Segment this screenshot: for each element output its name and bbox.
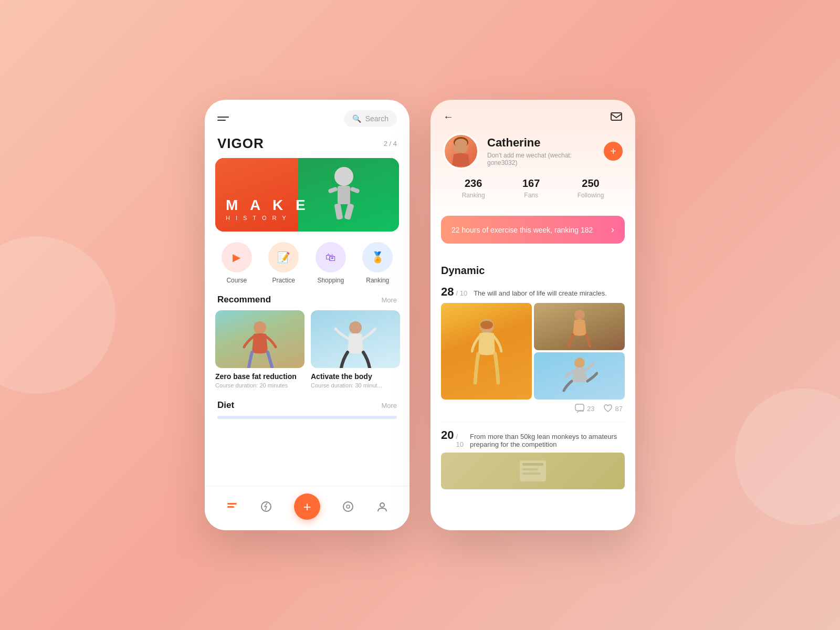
recommend-header: Recommend More [205,288,410,310]
shopping-icon: 🛍 [326,251,336,264]
recommend-more[interactable]: More [381,296,397,304]
home-icon [226,501,238,512]
rec-card-sub-0: Course duration: 20 minutes [215,382,304,388]
hero-text: M A K E H I S T O R Y [226,197,310,221]
profile-info: Catherine Don't add me wechat (wechat: g… [487,136,595,166]
post-score-row-0: 28 / 10 The will and labor of life will … [441,285,625,299]
nav-home[interactable] [226,501,238,512]
recommend-cards: Zero base fat reduction Course duration:… [205,310,410,388]
profile-subtitle: Don't add me wechat (wechat: gone3032) [487,152,595,166]
rec-card-0[interactable]: Zero base fat reduction Course duration:… [215,310,304,388]
app-title-row: VIGOR 2 / 4 [205,133,410,158]
stat-fans-label: Fans [522,192,540,199]
post-divider [441,422,625,422]
stat-fans-value: 167 [522,177,540,190]
category-shopping[interactable]: 🛍 Shopping [316,242,346,284]
category-ranking[interactable]: 🏅 Ranking [362,242,393,284]
ranking-icon-circle: 🏅 [362,242,393,272]
page-indicator: 2 / 4 [384,140,397,148]
post-img-bottom-right-0 [534,352,625,400]
search-bar[interactable]: 🔍 Search [344,110,397,127]
svg-point-6 [254,321,266,334]
rec-card-title-1: Activate the body [311,372,400,381]
heart-icon [603,404,613,413]
bg-circle-right [735,388,840,525]
diet-header: Diet More [217,395,397,411]
category-practice[interactable]: 📝 Practice [268,242,299,284]
exercise-banner[interactable]: 22 hours of exercise this week, ranking … [441,216,625,244]
profile-section: Catherine Don't add me wechat (wechat: g… [430,129,635,212]
post-img-tall-0 [441,303,532,400]
category-course[interactable]: ▶ Course [222,242,252,284]
post-score-1: 20 [441,428,454,442]
phones-container: 🔍 Search VIGOR 2 / 4 [205,100,635,530]
course-icon-circle: ▶ [222,242,252,272]
comment-icon [575,404,584,413]
svg-point-13 [380,503,384,507]
back-button[interactable]: ← [443,111,454,123]
comment-count: 23 [587,405,594,413]
stat-ranking: 236 Ranking [462,177,485,199]
svg-point-21 [480,321,493,329]
nav-add-button[interactable]: + [294,494,320,520]
comment-action[interactable]: 23 [575,404,594,413]
dynamic-title: Dynamic [441,265,625,277]
profile-nav-icon [376,501,388,512]
search-icon: 🔍 [352,114,361,123]
practice-label: Practice [272,277,295,284]
post-score-row-1: 20 / 10 From more than 50kg lean monkeys… [441,428,625,448]
svg-rect-24 [575,404,584,411]
stat-ranking-value: 236 [462,177,485,190]
like-count: 87 [615,405,623,413]
svg-point-11 [343,502,353,511]
compass-icon [342,501,354,512]
diet-title: Diet [217,400,234,411]
post-images-0 [441,303,625,400]
add-icon: + [303,500,311,513]
stat-ranking-label: Ranking [462,192,485,199]
hamburger-menu-icon[interactable] [217,117,229,121]
stat-following: 250 Following [578,177,604,199]
mail-icon[interactable] [610,110,623,123]
svg-point-19 [455,139,467,148]
post-denom-1: / 10 [456,433,463,448]
svg-rect-14 [611,113,622,120]
post-item-1: 20 / 10 From more than 50kg lean monkeys… [441,428,625,489]
diet-section: Diet More [205,388,410,421]
phone-left: 🔍 Search VIGOR 2 / 4 [205,100,410,530]
nav-profile[interactable] [376,501,388,512]
stat-following-value: 250 [578,177,604,190]
stat-following-label: Following [578,192,604,199]
svg-point-22 [574,310,585,320]
post-caption-1: From more than 50kg lean monkeys to amat… [470,433,625,448]
rec-card-sub-1: Course duration: 30 minut... [311,382,400,388]
hero-history-text: H I S T O R Y [226,215,310,221]
practice-icon: 📝 [277,251,290,264]
svg-rect-5 [344,203,354,220]
profile-row: Catherine Don't add me wechat (wechat: g… [443,133,623,169]
hero-banner[interactable]: M A K E H I S T O R Y [215,158,399,232]
svg-rect-27 [522,468,538,470]
ranking-icon: 🏅 [371,251,384,264]
svg-point-23 [574,358,585,368]
like-action[interactable]: 87 [603,404,623,413]
svg-rect-26 [522,463,543,466]
phone-right: ← [430,100,635,530]
post-denom-0: / 10 [456,289,467,297]
course-icon: ▶ [233,251,240,264]
post-item-0: 28 / 10 The will and labor of life will … [441,285,625,413]
rec-card-1[interactable]: Activate the body Course duration: 30 mi… [311,310,400,388]
svg-rect-9 [227,506,234,508]
add-follow-button[interactable]: + [604,142,623,161]
diet-more[interactable]: More [381,402,397,410]
nav-compass[interactable] [342,501,354,512]
svg-point-0 [334,167,353,186]
nav-flash[interactable] [260,501,272,512]
right-header: ← [430,100,635,129]
app-title: VIGOR [217,135,264,152]
svg-rect-1 [338,186,350,204]
profile-name: Catherine [487,136,595,150]
bottom-nav: + [205,486,410,530]
post-preview-1 [441,453,625,489]
post-img-top-right-0 [534,303,625,350]
